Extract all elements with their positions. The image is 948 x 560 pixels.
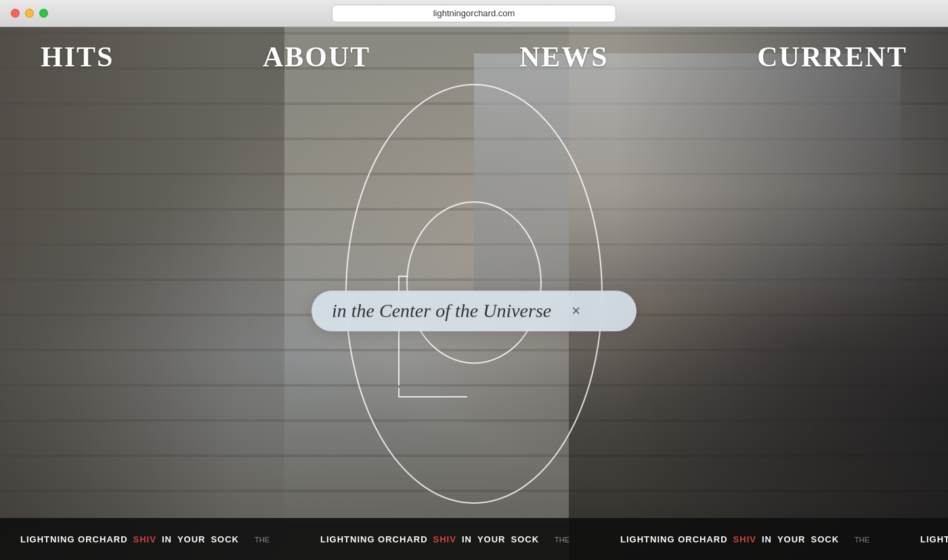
ticker-sep-3: THE (844, 536, 880, 544)
ticker-sock-2: SOCK (511, 534, 539, 544)
ticker-item-4: LIGHTNING ORCHARD SHIV IN YOUR SOCK THE (900, 534, 948, 544)
ticker-in-2: IN (462, 534, 472, 544)
main-content: HITS ABOUT NEWS CURRENT in the Center of… (0, 27, 948, 560)
ticker-content: LIGHTNING ORCHARD SHIV IN YOUR SOCK THE … (0, 534, 948, 544)
traffic-lights (11, 9, 48, 18)
ticker-sock-1: SOCK (211, 534, 239, 544)
ticker-sep-2: THE (544, 536, 580, 544)
address-bar[interactable]: lightningorchard.com (332, 5, 616, 22)
ticker-your-2: YOUR (477, 534, 506, 544)
url-text: lightningorchard.com (433, 8, 515, 18)
ticker-shiv-1: SHIV (133, 534, 156, 544)
ticker-shiv-2: SHIV (433, 534, 456, 544)
ticker-brand-4: LIGHTNING ORCHARD (920, 534, 948, 544)
bottom-ticker: LIGHTNING ORCHARD SHIV IN YOUR SOCK THE … (0, 518, 948, 560)
ticker-your-1: YOUR (177, 534, 206, 544)
hero-title-overlay: in the Center of the Universe × (311, 290, 637, 331)
nav-item-about[interactable]: ABOUT (263, 41, 370, 73)
ticker-brand-1: LIGHTNING ORCHARD (20, 534, 128, 544)
close-overlay-button[interactable]: × (572, 302, 580, 320)
browser-chrome: lightningorchard.com (0, 0, 948, 27)
maximize-traffic-light[interactable] (39, 9, 48, 18)
nav-item-news[interactable]: NEWS (519, 41, 609, 73)
ticker-in-3: IN (762, 534, 772, 544)
ticker-sep-1: THE (244, 536, 280, 544)
ticker-shiv-3: SHIV (733, 534, 756, 544)
ticker-item-1: LIGHTNING ORCHARD SHIV IN YOUR SOCK THE (0, 534, 300, 544)
ticker-in-1: IN (162, 534, 172, 544)
ticker-item-3: LIGHTNING ORCHARD SHIV IN YOUR SOCK THE (600, 534, 900, 544)
ticker-item-2: LIGHTNING ORCHARD SHIV IN YOUR SOCK THE (300, 534, 600, 544)
ticker-sock-3: SOCK (811, 534, 839, 544)
close-traffic-light[interactable] (11, 9, 20, 18)
nav-item-current[interactable]: CURRENT (757, 41, 907, 73)
ticker-brand-2: LIGHTNING ORCHARD (320, 534, 428, 544)
minimize-traffic-light[interactable] (25, 9, 34, 18)
ticker-brand-3: LIGHTNING ORCHARD (620, 534, 728, 544)
hero-subtitle-text: in the Center of the Universe (332, 300, 551, 322)
ticker-your-3: YOUR (777, 534, 806, 544)
main-navigation: HITS ABOUT NEWS CURRENT (0, 27, 948, 87)
nav-item-hits[interactable]: HITS (41, 41, 114, 73)
